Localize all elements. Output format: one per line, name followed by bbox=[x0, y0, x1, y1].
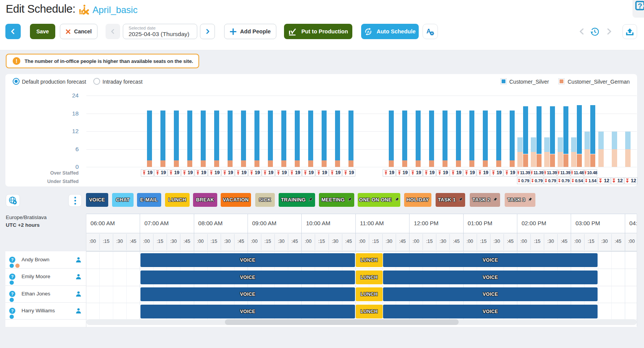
svg-text:A: A bbox=[367, 30, 370, 34]
svg-text:?: ? bbox=[638, 2, 642, 10]
